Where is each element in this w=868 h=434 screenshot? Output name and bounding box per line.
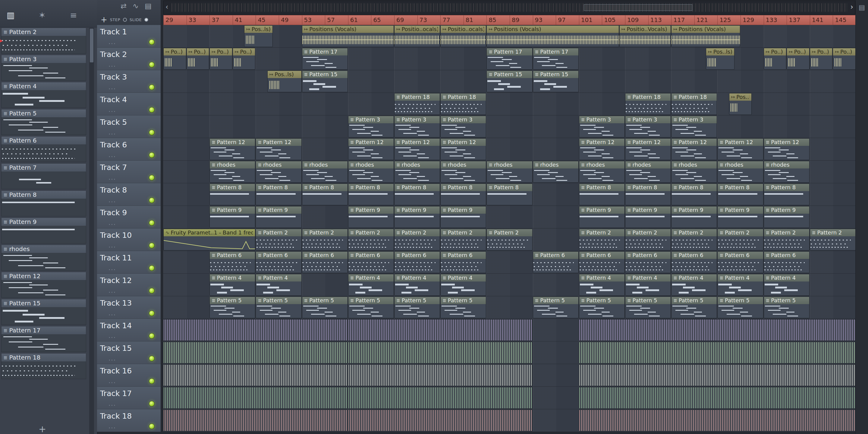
clip-pattern[interactable]: ≣Pattern 2 — [394, 229, 440, 250]
track-lane[interactable]: ≣rhodes≣rhodes≣rhodes≣rhodes≣rhodes≣rhod… — [163, 161, 855, 183]
clip-pattern[interactable]: ≣Pattern 5 — [302, 297, 348, 318]
clip-pattern[interactable]: ≣Pattern 4 — [625, 274, 671, 296]
clip-pattern[interactable]: ≣Pattern 8 — [302, 184, 348, 205]
clip-pattern[interactable]: ≣Pattern 3 — [348, 116, 394, 137]
clip-pattern[interactable]: ≣Pattern 12 — [255, 138, 301, 160]
clip-pattern[interactable]: ≣Pattern 12 — [579, 138, 625, 160]
clip-pattern[interactable]: ≣Pattern 6 — [440, 251, 486, 273]
track-lane[interactable] — [163, 341, 855, 364]
clip-pattern[interactable]: ≣Pattern 18 — [671, 93, 717, 115]
pattern-item[interactable]: ≣Pattern 2▶ — [0, 28, 88, 55]
clip-audio[interactable]: ↦Po..) — [833, 48, 855, 70]
overview-viewport[interactable] — [584, 4, 692, 11]
clip-pattern[interactable]: ≣Pattern 5 — [764, 297, 809, 318]
track-mute-led[interactable] — [149, 310, 155, 316]
clip-audio[interactable]: ↦Positio..ocals) — [440, 25, 486, 47]
clip-pattern[interactable]: ≣Pattern 6 — [210, 251, 255, 273]
menu-icon[interactable]: ≡ — [70, 11, 77, 20]
pattern-item-label[interactable]: ≣Pattern 5 — [1, 109, 86, 117]
clip-pattern[interactable]: ≣Pattern 4 — [717, 274, 763, 296]
clip-pattern[interactable]: ≣Pattern 6 — [533, 251, 579, 273]
pattern-item-label[interactable]: ≣Pattern 15 — [1, 299, 86, 307]
clip-pattern[interactable]: ≣Pattern 5 — [348, 297, 394, 318]
clip-pattern[interactable]: ≣Pattern 8 — [348, 184, 394, 205]
clip-striped[interactable] — [348, 364, 532, 386]
clip-pattern[interactable]: ≣Pattern 8 — [394, 184, 440, 205]
clip-pattern[interactable]: ≣rhodes — [255, 161, 301, 183]
pattern-item-label[interactable]: ≣Pattern 12 — [1, 272, 86, 280]
track-name[interactable]: Track 13 — [100, 299, 132, 307]
clip-striped[interactable] — [579, 319, 855, 341]
clip-pattern[interactable]: ≣Pattern 9 — [717, 206, 763, 228]
track-mute-led[interactable] — [149, 401, 155, 407]
track-name[interactable]: Track 11 — [100, 253, 132, 262]
clip-pattern[interactable]: ≣Pattern 18 — [394, 93, 440, 115]
clip-pattern[interactable]: ≣Pattern 3 — [625, 116, 671, 137]
clip-pattern[interactable]: ≣Pattern 9 — [255, 206, 301, 228]
clip-audio[interactable]: ↦Pos..ls) — [267, 70, 302, 92]
track-name[interactable]: Track 17 — [100, 389, 132, 398]
clip-pattern[interactable]: ≣Pattern 9 — [671, 206, 717, 228]
clip-pattern[interactable]: ≣Pattern 18 — [440, 93, 486, 115]
track-name[interactable]: Track 4 — [100, 95, 127, 104]
clip-pattern[interactable]: ≣Pattern 9 — [440, 206, 486, 228]
clip-pattern[interactable]: ≣Pattern 3 — [394, 116, 440, 137]
add-pattern-button[interactable]: + — [38, 424, 46, 434]
clip-striped[interactable] — [579, 387, 855, 409]
clip-pattern[interactable]: ≣Pattern 5 — [625, 297, 671, 318]
clip-pattern[interactable]: ≣Pattern 2 — [717, 229, 763, 250]
track-lane[interactable]: ≣Pattern 8≣Pattern 8≣Pattern 8≣Pattern 8… — [163, 183, 855, 206]
overview-miniature[interactable] — [172, 3, 847, 12]
track-name[interactable]: Track 12 — [100, 276, 132, 285]
clip-pattern[interactable]: ≣Pattern 15 — [302, 70, 348, 92]
clip-pattern[interactable]: ≣Pattern 8 — [440, 184, 486, 205]
clip-audio[interactable]: ↦Po..) — [210, 48, 232, 70]
pattern-item[interactable]: ≣Pattern 4 — [0, 82, 88, 109]
track-mute-led[interactable] — [149, 220, 155, 226]
clip-striped[interactable] — [163, 342, 348, 364]
clip-striped[interactable] — [348, 410, 532, 431]
clip-pattern[interactable]: ≣Pattern 2 — [440, 229, 486, 250]
track-lane[interactable]: ↦Pos..ls)↦Positions (Vocals)↦Positio..oc… — [163, 25, 855, 48]
track-name[interactable]: Track 2 — [100, 50, 127, 59]
pattern-grid-icon[interactable]: ▥ — [7, 11, 14, 20]
clip-pattern[interactable]: ≣Pattern 4 — [579, 274, 625, 296]
clip-pattern[interactable]: ≣Pattern 3 — [440, 116, 486, 137]
clip-pattern[interactable]: ≣Pattern 6 — [717, 251, 763, 273]
clip-pattern[interactable]: ≣Pattern 12 — [440, 138, 486, 160]
pattern-item-label[interactable]: ≣Pattern 17 — [1, 326, 86, 334]
pattern-item[interactable]: ≣Pattern 17 — [0, 326, 88, 353]
clip-striped[interactable] — [163, 410, 348, 431]
track-lane[interactable]: ≣Pattern 18≣Pattern 18≣Pattern 18≣Patter… — [163, 93, 855, 116]
clip-pattern[interactable]: ≣Pattern 9 — [394, 206, 440, 228]
track-name[interactable]: Track 14 — [100, 321, 132, 330]
clip-pattern[interactable]: ≣rhodes — [394, 161, 440, 183]
pattern-item[interactable]: ≣Pattern 8 — [0, 190, 88, 218]
clip-pattern[interactable]: ≣Pattern 4 — [210, 274, 255, 296]
clip-pattern[interactable]: ≣Pattern 2 — [348, 229, 394, 250]
clip-pattern[interactable]: ≣Pattern 2 — [625, 229, 671, 250]
clip-pattern[interactable]: ≣Pattern 2 — [255, 229, 301, 250]
clip-pattern[interactable]: ≣rhodes — [671, 161, 717, 183]
clip-striped[interactable] — [163, 387, 348, 409]
clip-pattern[interactable]: ≣rhodes — [625, 161, 671, 183]
clip-pattern[interactable]: ≣rhodes — [440, 161, 486, 183]
clip-pattern[interactable]: ≣Pattern 8 — [625, 184, 671, 205]
scroll-right-icon[interactable]: › — [850, 3, 853, 11]
clip-pattern[interactable]: ≣Pattern 9 — [210, 206, 255, 228]
clip-pattern[interactable]: ≣rhodes — [210, 161, 255, 183]
clip-pattern[interactable]: ≣Pattern 6 — [579, 251, 625, 273]
clip-pattern[interactable]: ≣rhodes — [764, 161, 809, 183]
track-mute-led[interactable] — [149, 130, 155, 135]
clip-pattern[interactable]: ≣Pattern 15 — [487, 70, 532, 92]
clip-audio[interactable]: ↦Positions (Vocals) — [671, 25, 740, 47]
clip-pattern[interactable]: ≣Pattern 17 — [533, 48, 579, 70]
track-mute-led[interactable] — [149, 355, 155, 361]
step-toggle[interactable] — [123, 18, 127, 22]
clip-pattern[interactable]: ≣Pattern 5 — [440, 297, 486, 318]
pattern-item[interactable]: ≣Pattern 12 — [0, 272, 88, 299]
clip-pattern[interactable]: ≣Pattern 12 — [717, 138, 763, 160]
clip-pattern[interactable]: ≣rhodes — [533, 161, 579, 183]
slide-toggle[interactable] — [144, 18, 148, 22]
track-mute-led[interactable] — [149, 175, 155, 181]
